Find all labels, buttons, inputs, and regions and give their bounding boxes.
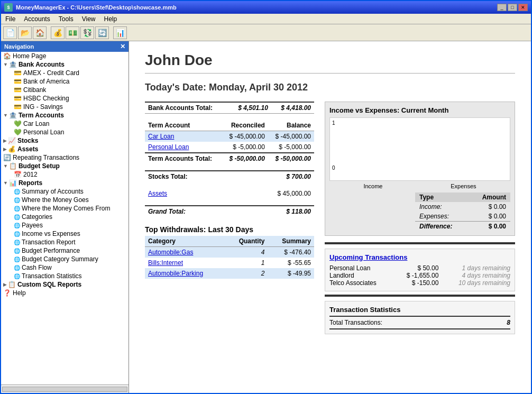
- close-button[interactable]: ✕: [518, 4, 528, 11]
- report-icon: 🌐: [14, 265, 20, 271]
- sidebar: Navigation ✕ 🏠 Home Page ▼ 🏦 Bank Accoun…: [1, 41, 129, 393]
- sidebar-item-term[interactable]: ▼ 🏦 Term Accounts: [1, 111, 129, 120]
- menu-tools[interactable]: Tools: [54, 14, 78, 24]
- sidebar-label-wheremoney: Where the Money Goes: [22, 196, 89, 204]
- sidebar-item-wherefrom[interactable]: 🌐 Where the Money Comes From: [1, 204, 129, 213]
- toolbar-money3[interactable]: 💱: [80, 26, 94, 39]
- upcoming-name-3: Telco Associates: [329, 279, 395, 287]
- list-item: Automobile:Gas 4 $ -476.40: [145, 247, 314, 258]
- sidebar-label-repeating: Repeating Transactions: [13, 154, 79, 161]
- scrollbar-track[interactable]: [2, 387, 127, 392]
- sidebar-item-assets[interactable]: ▶ 💰 Assets: [1, 145, 129, 153]
- sidebar-item-repeating[interactable]: 🔄 Repeating Transactions: [1, 153, 129, 162]
- withdrawal-link-2[interactable]: Bills:Internet: [148, 259, 183, 267]
- menu-view[interactable]: View: [78, 14, 100, 24]
- list-item: Expenses: $ 0.00: [415, 212, 510, 222]
- sidebar-label-wherefrom: Where the Money Comes From: [22, 205, 110, 212]
- grand-total-table: Grand Total: $ 118.00: [145, 205, 314, 217]
- list-item: Bills:Internet 1 $ -55.65: [145, 258, 314, 268]
- toolbar-money1[interactable]: 💰: [51, 26, 65, 39]
- withdrawal-link-3[interactable]: Automobile:Parking: [148, 270, 203, 277]
- minimize-button[interactable]: _: [497, 4, 507, 11]
- upcoming-title[interactable]: Upcoming Transactions: [329, 253, 510, 261]
- sidebar-item-amex[interactable]: 💳 AMEX - Credit Card: [1, 69, 129, 77]
- personalloan-link[interactable]: Personal Loan: [148, 143, 189, 151]
- income-chart: 1 0: [329, 117, 510, 181]
- menu-accounts[interactable]: Accounts: [20, 14, 54, 24]
- sidebar-item-boa[interactable]: 💳 Bank of America: [1, 77, 129, 86]
- sidebar-item-categories[interactable]: 🌐 Categories: [1, 213, 129, 221]
- chart-y-bottom: 0: [332, 165, 335, 171]
- sidebar-item-payees[interactable]: 🌐 Payees: [1, 221, 129, 230]
- account-icon: 💳: [14, 86, 22, 94]
- carloan-link[interactable]: Car Loan: [148, 133, 174, 140]
- sidebar-item-ing[interactable]: 💳 ING - Savings: [1, 103, 129, 111]
- withdrawals-title: Top Withdrawals: Last 30 Days: [145, 225, 314, 234]
- grand-total-balance: $ 118.00: [250, 206, 314, 217]
- sidebar-item-transreport[interactable]: 🌐 Transaction Report: [1, 238, 129, 246]
- sidebar-title: Navigation: [4, 43, 34, 50]
- withdrawal-sum-1: $ -476.40: [268, 247, 314, 258]
- withdrawal-link-1[interactable]: Automobile:Gas: [148, 249, 193, 256]
- sidebar-item-help[interactable]: ❓ Help: [1, 289, 129, 297]
- sidebar-label-sumaccounts: Summary of Accounts: [22, 188, 84, 195]
- term-total-label: Term Accounts Total:: [145, 153, 222, 164]
- sidebar-item-reports[interactable]: ▼ 📊 Reports: [1, 179, 129, 187]
- sidebar-item-budget[interactable]: ▼ 📋 Budget Setup: [1, 162, 129, 170]
- sidebar-item-bank[interactable]: ▼ 🏦 Bank Accounts: [1, 60, 129, 69]
- sidebar-item-budgetcat[interactable]: 🌐 Budget Category Summary: [1, 255, 129, 263]
- difference-amount: $ 0.00: [469, 222, 510, 232]
- sidebar-close-button[interactable]: ✕: [120, 43, 125, 50]
- account-icon: 💳: [14, 103, 22, 111]
- sidebar-label-budgetperf: Budget Performance: [22, 247, 80, 254]
- toolbar-report[interactable]: 📊: [113, 26, 127, 39]
- expand-icon: ▶: [3, 282, 7, 287]
- loan-icon: 💚: [14, 129, 22, 136]
- sidebar-item-hsbc[interactable]: 💳 HSBC Checking: [1, 94, 129, 103]
- term-reconciled-header: Reconciled: [222, 120, 268, 131]
- sidebar-item-customsql[interactable]: ▶ 📋 Custom SQL Reports: [1, 280, 129, 289]
- term-col-header: Term Account: [145, 120, 222, 131]
- report-icon: 🌐: [14, 256, 20, 262]
- sidebar-item-sumaccounts[interactable]: 🌐 Summary of Accounts: [1, 187, 129, 196]
- sidebar-label-term: Term Accounts: [19, 112, 64, 119]
- menu-file[interactable]: File: [1, 14, 20, 24]
- sidebar-item-transstats[interactable]: 🌐 Transaction Statistics: [1, 272, 129, 280]
- sidebar-item-incexpenses[interactable]: 🌐 Income vs Expenses: [1, 230, 129, 238]
- maximize-button[interactable]: □: [508, 4, 517, 11]
- sidebar-item-citi[interactable]: 💳 Citibank: [1, 86, 129, 94]
- title-bar: $ MoneyManagerEx - C:\Users\Stef\Desktop…: [1, 1, 531, 14]
- report-icon: 🌐: [14, 273, 20, 279]
- sidebar-item-cashflow[interactable]: 🌐 Cash Flow: [1, 263, 129, 272]
- stats-value: 8: [499, 319, 510, 326]
- budget-icon: 📋: [9, 162, 17, 170]
- sidebar-label-budget: Budget Setup: [19, 162, 60, 170]
- expenses-type: Expenses:: [415, 212, 469, 222]
- stats-label: Total Transactions:: [329, 319, 499, 326]
- list-item: Automobile:Parking 2 $ -49.95: [145, 268, 314, 279]
- withdrawal-qty-1: 4: [226, 247, 268, 258]
- withdrawal-qty-3: 2: [226, 268, 268, 279]
- stats-bottom-sep: [329, 328, 510, 329]
- sidebar-item-wheremoney[interactable]: 🌐 Where the Money Goes: [1, 196, 129, 204]
- toolbar-new[interactable]: 📄: [3, 26, 17, 39]
- sidebar-item-budgetperf[interactable]: 🌐 Budget Performance: [1, 246, 129, 255]
- assets-link[interactable]: Assets: [148, 190, 167, 197]
- upcoming-amount-2: $ -1,655.00: [395, 272, 439, 279]
- toolbar-open[interactable]: 📂: [18, 26, 32, 39]
- toolbar-transfer[interactable]: 🔄: [95, 26, 109, 39]
- sidebar-item-home[interactable]: 🏠 Home Page: [1, 52, 129, 60]
- toolbar-money2[interactable]: 💵: [66, 26, 79, 39]
- income-expenses-panel: Income vs Expenses: Current Month 1 0 In…: [325, 102, 515, 236]
- sidebar-item-2012[interactable]: 📅 2012: [1, 170, 129, 179]
- menu-help[interactable]: Help: [100, 14, 122, 24]
- sidebar-item-personalloan[interactable]: 💚 Personal Loan: [1, 128, 129, 136]
- sidebar-label-customsql: Custom SQL Reports: [17, 281, 81, 288]
- toolbar-home[interactable]: 🏠: [33, 26, 47, 39]
- sidebar-item-carloan[interactable]: 💚 Car Loan: [1, 120, 129, 128]
- content-area: John Doe Today's Date: Monday, April 30 …: [129, 41, 531, 393]
- report-icon: 🌐: [14, 197, 20, 203]
- report-icon: 🌐: [14, 206, 20, 212]
- sidebar-item-stocks[interactable]: ▶ 📈 Stocks: [1, 136, 129, 145]
- upcoming-name-1: Personal Loan: [329, 264, 395, 272]
